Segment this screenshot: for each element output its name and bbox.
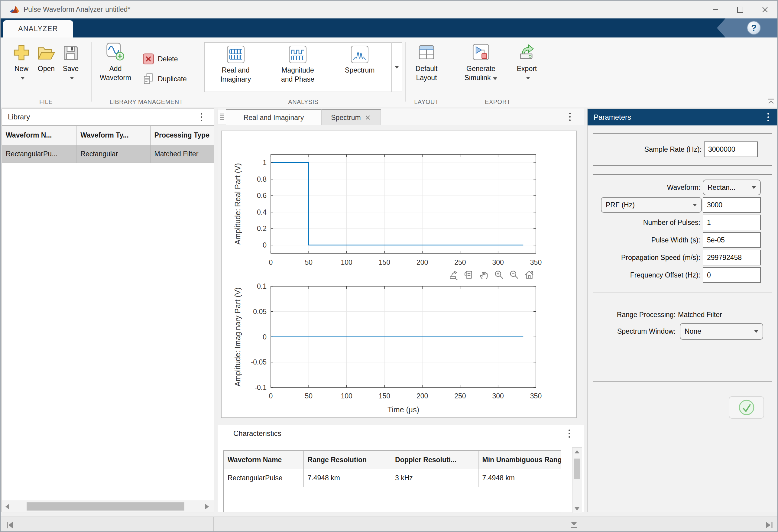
statusbar-divider: [584, 517, 584, 532]
collapse-ribbon-button[interactable]: [767, 98, 775, 105]
open-button[interactable]: Open: [37, 42, 55, 79]
collapse-ribbon-icon: [767, 98, 775, 105]
range-processing-value: Matched Filter: [678, 311, 722, 319]
number-of-pulses-label: Number of Pulses:: [601, 219, 703, 227]
magnitude-and-phase-button[interactable]: Magnitude and Phase: [266, 43, 328, 92]
maximize-button[interactable]: [728, 1, 753, 18]
prf-dropdown[interactable]: PRF (Hz): [601, 197, 702, 213]
svg-text:0.2: 0.2: [257, 225, 266, 232]
minimize-button[interactable]: [703, 1, 728, 18]
svg-text:100: 100: [341, 392, 352, 400]
help-button[interactable]: ?: [747, 21, 761, 35]
svg-text:-0.1: -0.1: [254, 384, 266, 391]
new-button[interactable]: New: [13, 42, 30, 79]
library-column-header: Processing Type: [151, 126, 214, 145]
library-panel: Library Waveform N... Waveform Ty... Pro…: [2, 108, 214, 512]
sample-rate-input[interactable]: 3000000: [704, 142, 758, 157]
plot-card: 05010015020025030035000.20.40.60.81Ampli…: [221, 131, 577, 418]
svg-text:0: 0: [269, 392, 273, 400]
apply-button[interactable]: [729, 396, 764, 419]
frequency-offset-input[interactable]: 0: [703, 267, 761, 283]
number-of-pulses-input[interactable]: 1: [703, 215, 761, 230]
tab-spectrum[interactable]: Spectrum: [322, 109, 381, 125]
library-panel-header: Library: [2, 109, 214, 126]
collapse-bottom-pane-button[interactable]: [569, 521, 578, 530]
close-tab-icon[interactable]: [365, 114, 371, 121]
ribbon-tabstrip: ANALYZER ?: [1, 18, 777, 37]
chevron-down-icon: [693, 204, 697, 207]
real-and-imaginary-button[interactable]: Real and Imaginary: [205, 43, 266, 92]
characteristics-column-header: Waveform Name: [224, 451, 304, 469]
library-table-row-selected[interactable]: RectangularPu... Rectangular Matched Fil…: [2, 145, 214, 163]
svg-text:0: 0: [263, 241, 266, 249]
export-icon: [518, 42, 536, 61]
svg-text:Amplitude: Imaginary Part (V): Amplitude: Imaginary Part (V): [233, 288, 242, 387]
scrollbar-thumb[interactable]: [574, 459, 580, 479]
tab-analyzer[interactable]: ANALYZER: [3, 20, 73, 37]
svg-text:50: 50: [305, 392, 313, 400]
svg-text:-0.05: -0.05: [251, 358, 266, 366]
char-doppler-resolution-cell: 3 kHz: [391, 469, 478, 487]
scroll-down-icon[interactable]: [574, 507, 579, 511]
section-label-layout: LAYOUT: [406, 98, 447, 105]
real-part-chart[interactable]: 05010015020025030035000.20.40.60.81Ampli…: [222, 131, 577, 273]
waveform-name-cell: RectangularPu...: [2, 145, 76, 163]
real-and-imaginary-icon: [227, 46, 244, 63]
expand-right-pane-button[interactable]: [765, 521, 774, 530]
characteristics-vertical-scrollbar[interactable]: [572, 447, 582, 513]
svg-text:Amplitude: Real Part (V): Amplitude: Real Part (V): [233, 163, 242, 245]
characteristics-table-row: RectangularPulse 7.4948 km 3 kHz 7.4948 …: [224, 469, 561, 487]
scrollbar-thumb[interactable]: [26, 503, 184, 511]
svg-text:0.6: 0.6: [257, 192, 266, 200]
default-layout-button[interactable]: Default Layout: [410, 42, 443, 82]
tab-real-and-imaginary[interactable]: Real and Imaginary: [226, 109, 322, 125]
export-button[interactable]: Export: [511, 42, 543, 79]
chevron-down-icon: [493, 77, 497, 80]
library-kebab-menu-icon[interactable]: [201, 113, 202, 121]
tabbar-grip[interactable]: [218, 109, 226, 125]
svg-text:0.4: 0.4: [257, 208, 266, 216]
chevron-down-icon: [20, 77, 25, 79]
viewer-kebab-menu-icon[interactable]: [569, 113, 571, 121]
propagation-speed-input[interactable]: 299792458: [703, 250, 761, 265]
spectrum-button[interactable]: Spectrum: [329, 43, 391, 92]
analysis-gallery-dropdown[interactable]: [391, 42, 402, 92]
parameters-kebab-menu-icon[interactable]: [767, 113, 769, 121]
library-horizontal-scrollbar[interactable]: [2, 501, 214, 512]
prf-input[interactable]: 3000: [703, 197, 761, 213]
svg-text:350: 350: [530, 258, 542, 266]
maximize-icon: [736, 5, 745, 14]
delete-button[interactable]: Delete: [143, 53, 178, 65]
generate-simulink-button[interactable]: Generate Simulink: [457, 42, 505, 82]
collapse-left-pan-button[interactable]: [5, 520, 15, 530]
pulse-width-input[interactable]: 5e-05: [703, 232, 761, 248]
characteristics-kebab-menu-icon[interactable]: [568, 430, 570, 438]
close-icon: [761, 5, 770, 14]
waveform-dropdown[interactable]: Rectan...: [703, 179, 761, 195]
generate-simulink-icon: [472, 42, 490, 61]
scroll-left-icon[interactable]: [5, 504, 9, 509]
spectrum-window-dropdown[interactable]: None: [680, 323, 763, 340]
duplicate-button[interactable]: Duplicate: [143, 73, 187, 85]
imaginary-part-chart[interactable]: 050100150200250300350-0.1-0.0500.050.1Am…: [222, 273, 577, 418]
waveform-type-cell: Rectangular: [76, 145, 150, 163]
ribbon-section-analysis: Real and Imaginary Magnitude and Phase S…: [201, 37, 405, 107]
svg-text:50: 50: [305, 258, 313, 266]
close-button[interactable]: [753, 1, 777, 18]
sample-rate-group: Sample Rate (Hz): 3000000: [593, 133, 772, 166]
waveform-parameters-group: Waveform: Rectan... PRF (Hz) 3000 Number…: [593, 174, 772, 293]
scroll-up-icon[interactable]: [574, 450, 579, 453]
ribbon-section-layout: Default Layout LAYOUT: [406, 37, 447, 107]
window-title: Pulse Waveform Analyzer-untitled*: [23, 5, 130, 14]
chevron-down-icon: [70, 77, 74, 79]
expand-right-icon: [765, 521, 774, 530]
svg-text:0: 0: [269, 258, 273, 266]
add-waveform-button[interactable]: Add Waveform: [97, 42, 134, 82]
char-waveform-name-cell: RectangularPulse: [224, 469, 304, 487]
ribbon-toolbar: New Open Save FILE: [1, 37, 777, 107]
save-button[interactable]: Save: [63, 42, 79, 79]
section-label-export: EXPORT: [448, 98, 548, 105]
app-window: Pulse Waveform Analyzer-untitled* ANALYZ…: [0, 0, 778, 532]
scroll-right-icon[interactable]: [205, 504, 209, 509]
apply-check-icon: [738, 399, 755, 416]
